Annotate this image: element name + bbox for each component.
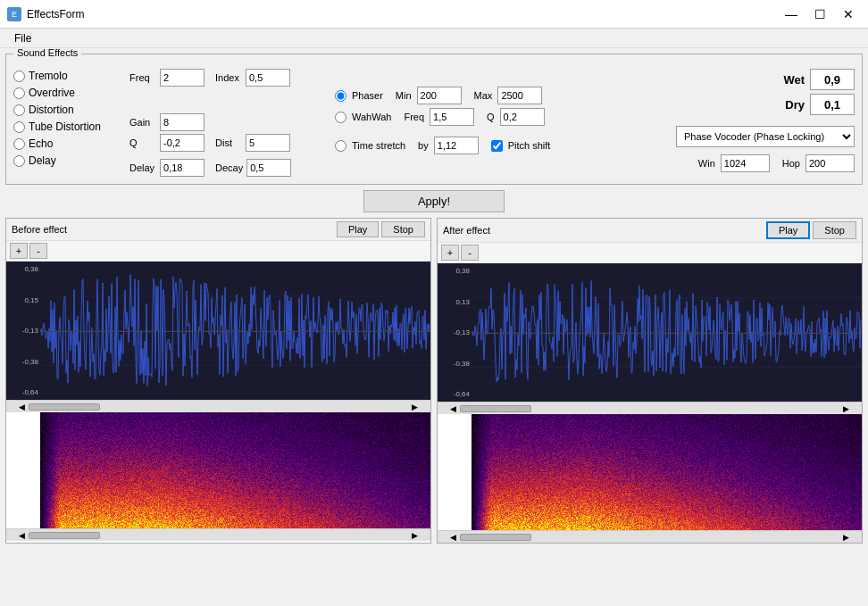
dist-input[interactable] <box>246 134 290 152</box>
before-stop-button[interactable]: Stop <box>381 221 425 237</box>
overdrive-label: Overdrive <box>29 87 75 99</box>
min-input[interactable] <box>417 87 462 104</box>
by-input[interactable] <box>434 137 479 154</box>
before-scroll2-left[interactable]: ◀ <box>19 531 25 540</box>
before-play-button[interactable]: Play <box>337 221 379 237</box>
tube-q-input[interactable] <box>160 134 204 152</box>
gain-input[interactable] <box>160 113 204 131</box>
after-label-3: -0,38 <box>439 360 470 368</box>
before-zoom-minus[interactable]: - <box>29 243 47 259</box>
wet-input[interactable] <box>810 69 855 90</box>
after-stop-button[interactable]: Stop <box>813 221 856 239</box>
overdrive-radio[interactable] <box>13 87 25 99</box>
minimize-button[interactable]: — <box>779 4 804 24</box>
before-scroll-right[interactable]: ▶ <box>412 403 418 411</box>
after-scroll2-right[interactable]: ▶ <box>843 533 849 542</box>
after-header: After effect Play Stop <box>438 219 862 243</box>
before-y-labels: 0,38 0,15 -0,13 -0,38 -0,64 <box>6 261 40 400</box>
pitch-shift-checkbox[interactable] <box>491 140 503 152</box>
timestretch-row: Time stretch by Pitch shift <box>335 137 550 154</box>
decay-input[interactable] <box>246 159 291 177</box>
close-button[interactable]: ✕ <box>836 4 861 24</box>
before-waveform: 0,38 0,15 -0,13 -0,38 -0,64 <box>6 261 430 400</box>
phaser-radio[interactable] <box>335 90 346 102</box>
distortion-radio[interactable] <box>13 104 25 116</box>
after-label-4: -0,64 <box>439 390 470 398</box>
delay-radio[interactable] <box>13 155 25 167</box>
maximize-button[interactable]: ☐ <box>807 4 832 24</box>
before-spectrogram-canvas <box>40 412 430 528</box>
freq-input-wah[interactable] <box>430 108 474 126</box>
index-input[interactable] <box>246 69 290 87</box>
vocoder-select[interactable]: Phase Vocoder (Phase Locking) Phase Voco… <box>676 126 855 147</box>
dry-input[interactable] <box>810 94 855 115</box>
before-title: Before effect <box>12 224 337 235</box>
after-scroll2-thumb[interactable] <box>460 534 531 541</box>
tremolo-radio-item: Tremolo <box>13 69 121 83</box>
vocoder-row: Phase Vocoder (Phase Locking) Phase Voco… <box>676 126 855 147</box>
after-scroll-right[interactable]: ▶ <box>843 404 849 413</box>
before-label-1: 0,15 <box>8 296 38 304</box>
title-bar: E EffectsForm — ☐ ✕ <box>0 0 868 29</box>
win-label: Win <box>698 158 715 169</box>
index-label: Index <box>215 72 242 83</box>
tremolo-radio[interactable] <box>13 71 25 82</box>
after-scrollbar[interactable]: ◀ ▶ <box>438 402 862 414</box>
after-scroll2-left[interactable]: ◀ <box>450 533 456 542</box>
distortion-radio-item: Distortion <box>13 103 121 117</box>
before-scroll-left[interactable]: ◀ <box>19 403 25 411</box>
before-label-2: -0,13 <box>8 327 38 335</box>
apply-button[interactable]: Apply! <box>363 190 505 212</box>
timestretch-radio[interactable] <box>335 140 346 152</box>
window-title: EffectsForm <box>27 8 779 21</box>
after-scroll-thumb[interactable] <box>460 405 531 412</box>
after-play-button[interactable]: Play <box>766 221 810 239</box>
after-zoom-plus[interactable]: + <box>441 245 459 261</box>
echo-radio[interactable] <box>13 138 25 150</box>
q-label-wah: Q <box>487 112 495 122</box>
wahwah-radio[interactable] <box>335 112 346 123</box>
menu-bar: File <box>0 29 868 48</box>
q-input-wah[interactable] <box>500 108 545 126</box>
distortion-label: Distortion <box>29 104 74 116</box>
win-input[interactable] <box>721 154 770 172</box>
before-zero-line <box>40 331 430 332</box>
before-spectrogram <box>6 412 430 528</box>
before-scroll2-thumb[interactable] <box>29 532 100 539</box>
after-spectrogram-canvas <box>472 414 862 530</box>
tube-distortion-radio-item: Tube Distortion <box>13 120 121 134</box>
after-label-2: -0,13 <box>439 328 470 336</box>
after-zoom-minus[interactable]: - <box>461 245 479 261</box>
before-zoom: + - <box>6 241 430 261</box>
before-scrollbar[interactable]: ◀ ▶ <box>6 400 430 412</box>
wahwah-row: WahWah Freq Q <box>335 108 550 126</box>
after-scroll-left[interactable]: ◀ <box>450 404 456 413</box>
before-scrollbar-2[interactable]: ◀ ▶ <box>6 528 430 541</box>
after-controls: Play Stop <box>766 221 856 239</box>
max-input[interactable] <box>497 87 542 104</box>
sound-effects-title: Sound Effects <box>13 48 81 58</box>
distortion-params: Gain <box>129 113 326 131</box>
tremolo-params: Freq Index <box>129 69 326 87</box>
by-label: by <box>418 140 429 151</box>
decay-label: Decay <box>215 162 243 173</box>
before-zoom-plus[interactable]: + <box>10 243 28 259</box>
after-zoom: + - <box>438 243 862 263</box>
after-waveform: 0,38 0,13 -0,13 -0,38 -0,64 <box>438 263 862 402</box>
freq-input[interactable] <box>160 69 204 87</box>
before-scroll2-right[interactable]: ▶ <box>412 531 418 540</box>
wet-label: Wet <box>783 73 805 87</box>
gain-label: Gain <box>129 117 156 128</box>
delay-input[interactable] <box>160 159 204 177</box>
file-menu[interactable]: File <box>7 30 38 46</box>
before-scroll-thumb[interactable] <box>29 403 100 411</box>
before-label-3: -0,38 <box>8 358 38 366</box>
hop-input[interactable] <box>805 154 855 172</box>
after-scrollbar-2[interactable]: ◀ ▶ <box>438 530 862 543</box>
pitch-shift-label: Pitch shift <box>508 140 551 151</box>
after-label-0: 0,38 <box>439 267 470 275</box>
timestretch-label: Time stretch <box>352 140 405 151</box>
tube-q-label: Q <box>129 137 156 148</box>
tube-distortion-radio[interactable] <box>13 121 25 133</box>
apply-row: Apply! <box>5 190 863 212</box>
